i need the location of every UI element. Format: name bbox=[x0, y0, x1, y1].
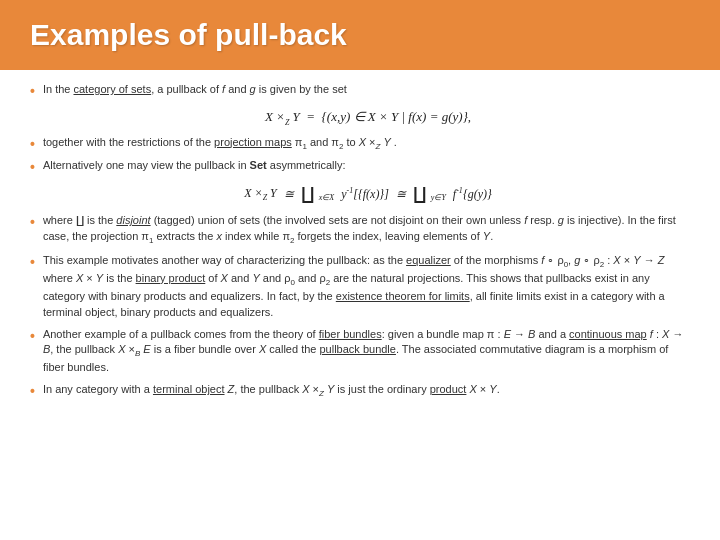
bullet-row-7: • In any category with a terminal object… bbox=[30, 382, 690, 400]
formula-fiber2: f-1{g(y)} bbox=[450, 186, 492, 202]
formula-set: X ×Z Y = {(x,y) ∈ X × Y | f(x) = g(y)}, bbox=[46, 105, 690, 129]
bullet-icon-4: • bbox=[30, 214, 35, 230]
bullet-text-6: Another example of a pullback comes from… bbox=[43, 327, 690, 377]
formula-subscript1: x∈X bbox=[319, 186, 334, 202]
coprod-symbol-1: ∐ bbox=[301, 183, 315, 205]
bullet-text-1: In the category of sets, a pullback of f… bbox=[43, 82, 347, 98]
bullet-icon-5: • bbox=[30, 254, 35, 270]
bullet-icon-1: • bbox=[30, 83, 35, 99]
bullet-row-5: • This example motivates another way of … bbox=[30, 253, 690, 320]
bullet-row-6: • Another example of a pullback comes fr… bbox=[30, 327, 690, 377]
bullet-icon-2: • bbox=[30, 136, 35, 152]
bullet-text-2: together with the restrictions of the pr… bbox=[43, 135, 397, 153]
formula-lhs: X ×Z Y bbox=[244, 186, 277, 202]
formula-iso2: ≅ bbox=[393, 187, 409, 202]
bullet-row-1: • In the category of sets, a pullback of… bbox=[30, 82, 690, 99]
bullet-row-3: • Alternatively one may view the pullbac… bbox=[30, 158, 690, 175]
slide-content: • In the category of sets, a pullback of… bbox=[0, 70, 720, 540]
bullet-text-5: This example motivates another way of ch… bbox=[43, 253, 690, 320]
bullet-icon-3: • bbox=[30, 159, 35, 175]
bullet-text-3: Alternatively one may view the pullback … bbox=[43, 158, 346, 174]
formula-fiber1: y-1[{f(x)}] bbox=[338, 186, 389, 202]
slide-title: Examples of pull-back bbox=[30, 18, 690, 52]
slide: Examples of pull-back • In the category … bbox=[0, 0, 720, 540]
bullet-text-7: In any category with a terminal object Z… bbox=[43, 382, 500, 400]
bullet-row-4: • where ∐ is the disjoint (tagged) union… bbox=[30, 213, 690, 247]
bullet-text-4: where ∐ is the disjoint (tagged) union o… bbox=[43, 213, 690, 247]
formula-iso1: ≅ bbox=[281, 187, 297, 202]
formula-coproduct: X ×Z Y ≅ ∐ x∈X y-1[{f(x)}] ≅ ∐ y∈Y f-1{g… bbox=[46, 181, 690, 207]
bullet-icon-6: • bbox=[30, 328, 35, 344]
formula-subscript2: y∈Y bbox=[431, 186, 446, 202]
coprod-symbol-2: ∐ bbox=[413, 183, 427, 205]
bullet-row-2: • together with the restrictions of the … bbox=[30, 135, 690, 153]
bullet-icon-7: • bbox=[30, 383, 35, 399]
slide-header: Examples of pull-back bbox=[0, 0, 720, 70]
